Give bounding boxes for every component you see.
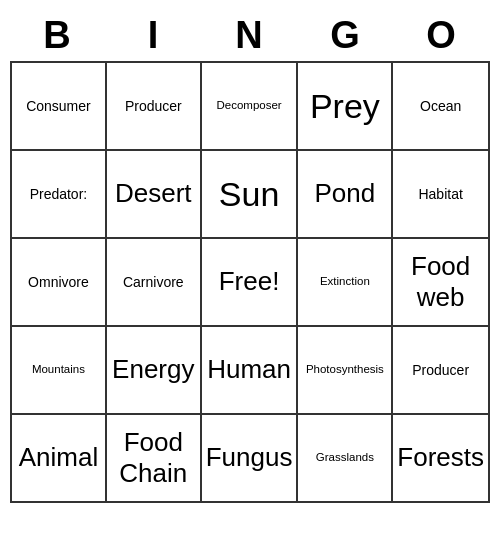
- cell-r3-c4: Producer: [393, 327, 490, 415]
- cell-text: Forests: [397, 442, 484, 473]
- cell-text: Pond: [315, 178, 376, 209]
- header-letter: I: [106, 10, 202, 61]
- cell-text: Carnivore: [123, 274, 184, 291]
- cell-text: Desert: [115, 178, 192, 209]
- cell-r0-c2: Decomposer: [202, 63, 299, 151]
- cell-r1-c1: Desert: [107, 151, 202, 239]
- cell-r2-c0: Omnivore: [12, 239, 107, 327]
- cell-text: Predator:: [30, 186, 88, 203]
- cell-text: Human: [207, 354, 291, 385]
- cell-r4-c4: Forests: [393, 415, 490, 503]
- cell-r3-c2: Human: [202, 327, 299, 415]
- header-letter: G: [298, 10, 394, 61]
- cell-text: Omnivore: [28, 274, 89, 291]
- cell-text: Mountains: [32, 363, 85, 377]
- cell-r4-c2: Fungus: [202, 415, 299, 503]
- cell-text: Decomposer: [216, 99, 281, 113]
- cell-r1-c2: Sun: [202, 151, 299, 239]
- cell-r0-c4: Ocean: [393, 63, 490, 151]
- cell-r4-c0: Animal: [12, 415, 107, 503]
- cell-r4-c3: Grasslands: [298, 415, 393, 503]
- cell-r0-c3: Prey: [298, 63, 393, 151]
- cell-r3-c3: Photosynthesis: [298, 327, 393, 415]
- cell-text: Energy: [112, 354, 194, 385]
- cell-r2-c2: Free!: [202, 239, 299, 327]
- bingo-header: BINGO: [10, 10, 490, 61]
- header-letter: B: [10, 10, 106, 61]
- cell-text: Grasslands: [316, 451, 374, 465]
- cell-text: Ocean: [420, 98, 461, 115]
- cell-text: Free!: [219, 266, 280, 297]
- cell-text: Producer: [412, 362, 469, 379]
- cell-text: Food web: [397, 251, 484, 313]
- cell-text: Fungus: [206, 442, 293, 473]
- cell-text: Photosynthesis: [306, 363, 384, 377]
- cell-r0-c0: Consumer: [12, 63, 107, 151]
- cell-text: Food Chain: [111, 427, 196, 489]
- cell-r1-c4: Habitat: [393, 151, 490, 239]
- bingo-board: BINGO ConsumerProducerDecomposerPreyOcea…: [10, 10, 490, 503]
- cell-r0-c1: Producer: [107, 63, 202, 151]
- cell-r2-c3: Extinction: [298, 239, 393, 327]
- cell-r1-c3: Pond: [298, 151, 393, 239]
- cell-r4-c1: Food Chain: [107, 415, 202, 503]
- cell-text: Producer: [125, 98, 182, 115]
- cell-text: Animal: [19, 442, 98, 473]
- header-letter: N: [202, 10, 298, 61]
- cell-r1-c0: Predator:: [12, 151, 107, 239]
- cell-text: Prey: [310, 86, 380, 127]
- cell-text: Habitat: [418, 186, 462, 203]
- cell-r3-c1: Energy: [107, 327, 202, 415]
- cell-text: Sun: [219, 174, 280, 215]
- cell-r3-c0: Mountains: [12, 327, 107, 415]
- header-letter: O: [394, 10, 490, 61]
- cell-text: Consumer: [26, 98, 91, 115]
- cell-r2-c1: Carnivore: [107, 239, 202, 327]
- bingo-grid: ConsumerProducerDecomposerPreyOceanPreda…: [10, 61, 490, 503]
- cell-r2-c4: Food web: [393, 239, 490, 327]
- cell-text: Extinction: [320, 275, 370, 289]
